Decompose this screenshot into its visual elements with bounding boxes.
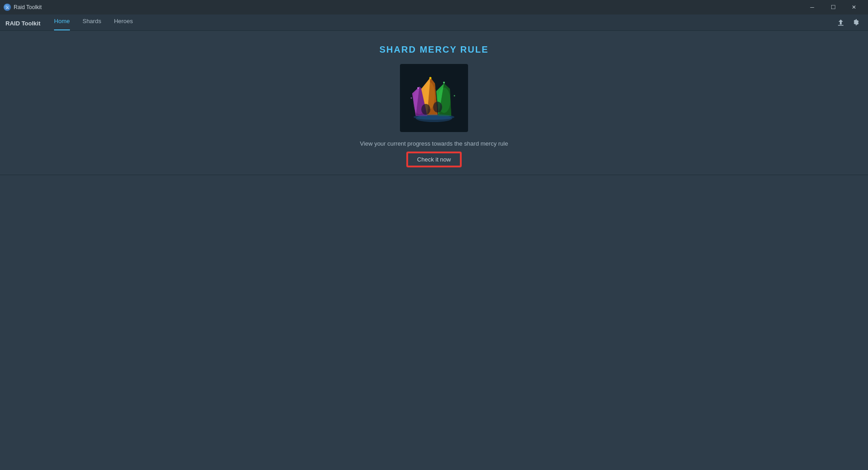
svg-point-21 — [454, 95, 455, 97]
svg-point-16 — [433, 102, 442, 113]
nav-item-home[interactable]: Home — [48, 15, 76, 30]
svg-point-15 — [421, 104, 430, 115]
svg-point-20 — [411, 98, 412, 99]
separator — [0, 175, 868, 175]
app-icon: ⚔ — [4, 4, 11, 11]
check-now-button[interactable]: Check it now — [407, 152, 461, 166]
menu-bar: RAID Toolkit Home Shards Heroes — [0, 15, 868, 31]
svg-rect-0 — [838, 25, 843, 26]
section-title: SHARD MERCY RULE — [380, 44, 489, 55]
title-bar-controls: ─ ☐ ✕ — [802, 0, 864, 15]
title-bar: ⚔ Raid Toolkit ─ ☐ ✕ — [0, 0, 868, 15]
nav-item-heroes[interactable]: Heroes — [108, 15, 139, 30]
window-title: Raid Toolkit — [14, 4, 42, 10]
main-content: SHARD MERCY RULE — [0, 31, 868, 175]
svg-point-19 — [443, 82, 445, 83]
title-bar-left: ⚔ Raid Toolkit — [4, 4, 42, 11]
upload-icon-button[interactable] — [834, 16, 847, 29]
app-name: RAID Toolkit — [5, 20, 40, 30]
shard-image — [400, 64, 468, 132]
minimize-button[interactable]: ─ — [802, 0, 823, 15]
close-button[interactable]: ✕ — [843, 0, 864, 15]
restore-button[interactable]: ☐ — [823, 0, 843, 15]
nav-item-shards[interactable]: Shards — [76, 15, 108, 30]
svg-point-22 — [414, 114, 454, 120]
main-nav: Home Shards Heroes — [48, 15, 139, 30]
svg-point-18 — [429, 77, 432, 79]
svg-point-17 — [417, 87, 419, 89]
description-text: View your current progress towards the s… — [360, 140, 508, 147]
menu-bar-right — [834, 16, 863, 30]
settings-icon-button[interactable] — [850, 16, 863, 29]
